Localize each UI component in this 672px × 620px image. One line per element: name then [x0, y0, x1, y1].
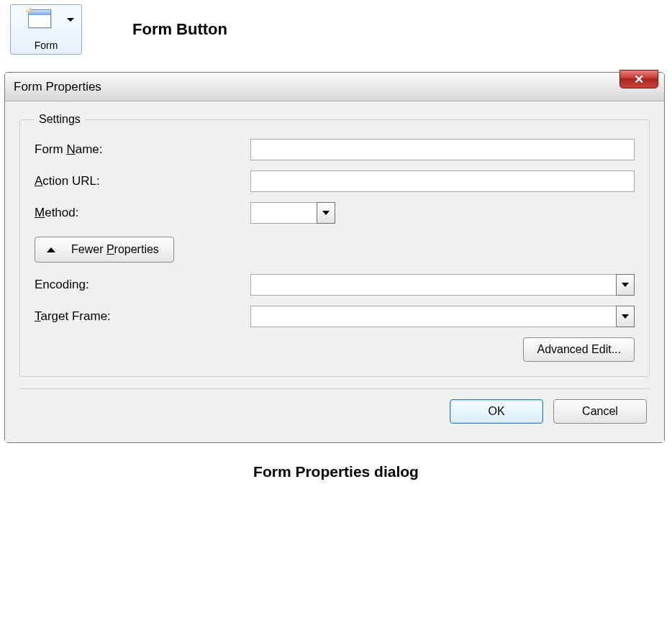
form-name-input[interactable]	[250, 139, 635, 160]
method-input[interactable]	[250, 202, 317, 224]
advanced-edit-button[interactable]: Advanced Edit...	[523, 337, 635, 362]
form-name-label: Form Name:	[35, 142, 250, 157]
chevron-up-icon	[47, 247, 55, 252]
dropdown-arrow-icon[interactable]	[67, 18, 74, 22]
chevron-down-icon	[622, 283, 629, 287]
target-frame-input[interactable]	[250, 306, 616, 327]
cancel-button[interactable]: Cancel	[553, 399, 647, 424]
close-button[interactable]: ✕	[619, 70, 658, 88]
method-dropdown-button[interactable]	[317, 202, 335, 224]
chevron-down-icon	[322, 211, 330, 215]
encoding-dropdown-button[interactable]	[616, 274, 635, 296]
chevron-down-icon	[622, 314, 629, 319]
titlebar: Form Properties ✕	[5, 73, 664, 101]
encoding-combo[interactable]	[250, 274, 635, 296]
action-url-label: Action URL:	[35, 174, 250, 188]
close-icon: ✕	[634, 72, 644, 87]
method-label: Method:	[35, 206, 250, 220]
fewer-properties-button[interactable]: Fewer Properties	[35, 237, 174, 263]
target-frame-dropdown-button[interactable]	[616, 306, 635, 327]
figure-caption: Form Properties dialog	[0, 463, 672, 480]
settings-legend: Settings	[35, 113, 85, 126]
form-toolbar-button-label: Form	[35, 40, 58, 51]
target-frame-combo[interactable]	[250, 306, 635, 327]
settings-group: Settings Form Name: Action URL: Method:	[19, 113, 650, 377]
target-frame-label: Target Frame:	[35, 309, 250, 324]
section-heading: Form Button	[132, 20, 227, 39]
form-properties-dialog: Form Properties ✕ Settings Form Name: Ac…	[4, 72, 665, 443]
form-toolbar-button[interactable]: Form	[10, 4, 82, 55]
method-combo[interactable]	[250, 202, 335, 224]
encoding-input[interactable]	[250, 274, 616, 296]
dialog-title: Form Properties	[14, 80, 101, 94]
form-icon	[28, 9, 51, 28]
ok-button[interactable]: OK	[450, 399, 543, 424]
separator	[19, 388, 650, 389]
action-url-input[interactable]	[250, 170, 635, 192]
encoding-label: Encoding:	[35, 278, 250, 292]
